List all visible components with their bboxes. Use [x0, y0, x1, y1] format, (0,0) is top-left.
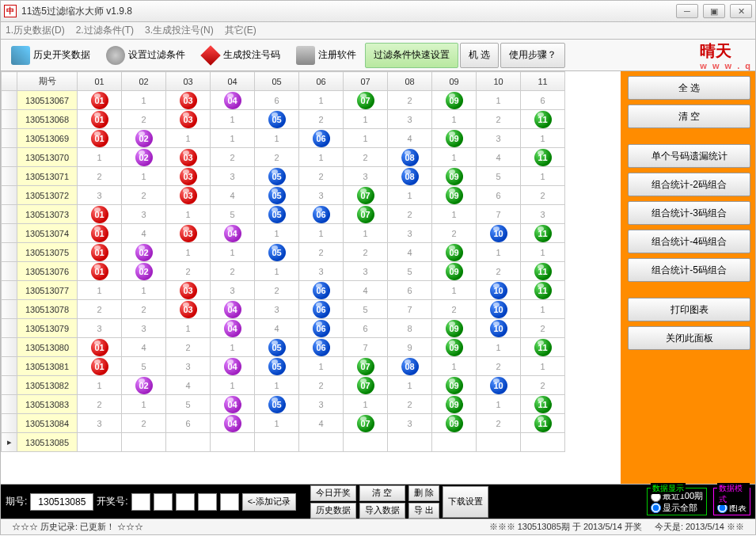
miss-cell[interactable]: 1: [344, 110, 388, 129]
ball-cell[interactable]: 05: [255, 395, 299, 414]
col-header-7[interactable]: 07: [344, 72, 388, 91]
ball-cell[interactable]: 05: [255, 167, 299, 186]
ball-cell[interactable]: 02: [122, 262, 166, 281]
miss-cell[interactable]: 1: [477, 91, 521, 110]
miss-cell[interactable]: 4: [477, 148, 521, 167]
row-header[interactable]: [2, 319, 17, 338]
showall-radio[interactable]: 显示全部: [651, 502, 703, 514]
miss-cell[interactable]: 1: [477, 395, 521, 414]
miss-cell[interactable]: [432, 433, 477, 452]
register-button[interactable]: 注册软件: [289, 43, 363, 68]
menu-filter[interactable]: 2.过滤条件(T): [76, 24, 134, 37]
ball-cell[interactable]: 06: [299, 338, 344, 357]
miss-cell[interactable]: 1: [122, 167, 166, 186]
miss-cell[interactable]: 2: [344, 148, 388, 167]
miss-cell[interactable]: 1: [211, 376, 255, 395]
col-header-2[interactable]: 02: [122, 72, 166, 91]
miss-cell[interactable]: [477, 433, 521, 452]
ball-cell[interactable]: 09: [432, 395, 477, 414]
miss-cell[interactable]: 3: [388, 110, 432, 129]
set-filter-button[interactable]: 设置过滤条件: [99, 43, 192, 68]
generate-button[interactable]: 生成投注号码: [194, 43, 287, 68]
ball-cell[interactable]: 02: [122, 243, 166, 262]
ball-cell[interactable]: 11: [521, 395, 565, 414]
issue-cell[interactable]: 130513075: [17, 243, 78, 262]
miss-cell[interactable]: 2: [166, 338, 211, 357]
ball-cell[interactable]: 10: [477, 319, 521, 338]
print-chart-button[interactable]: 打印图表: [628, 298, 750, 321]
stat-single-button[interactable]: 单个号码遗漏统计: [628, 144, 750, 168]
row-header[interactable]: [2, 91, 17, 110]
ball-cell[interactable]: 11: [521, 262, 565, 281]
issue-cell[interactable]: 130513071: [17, 167, 78, 186]
issue-cell[interactable]: 130513077: [17, 281, 78, 300]
row-header[interactable]: [2, 110, 17, 129]
miss-cell[interactable]: 2: [299, 376, 344, 395]
miss-cell[interactable]: 5: [388, 262, 432, 281]
miss-cell[interactable]: 3: [78, 414, 122, 433]
miss-cell[interactable]: 6: [255, 91, 299, 110]
row-header[interactable]: [2, 243, 17, 262]
issue-cell[interactable]: 130513068: [17, 110, 78, 129]
ball-cell[interactable]: 01: [78, 205, 122, 224]
ball-cell[interactable]: 09: [432, 262, 477, 281]
miss-cell[interactable]: 4: [122, 338, 166, 357]
miss-cell[interactable]: 4: [255, 319, 299, 338]
ball-cell[interactable]: 11: [521, 281, 565, 300]
ball-cell[interactable]: 04: [211, 300, 255, 319]
ball-cell[interactable]: 01: [78, 243, 122, 262]
ball-cell[interactable]: 01: [78, 224, 122, 243]
draw-input-3[interactable]: [176, 493, 195, 511]
miss-cell[interactable]: 1: [432, 357, 477, 376]
miss-cell[interactable]: 1: [299, 357, 344, 376]
miss-cell[interactable]: 8: [388, 319, 432, 338]
miss-cell[interactable]: 1: [299, 148, 344, 167]
miss-cell[interactable]: 1: [388, 376, 432, 395]
import-button[interactable]: 导入数据: [359, 503, 405, 519]
minimize-button[interactable]: ─: [676, 4, 698, 18]
miss-cell[interactable]: 1: [477, 243, 521, 262]
miss-cell[interactable]: 1: [122, 395, 166, 414]
ball-cell[interactable]: 05: [255, 338, 299, 357]
miss-cell[interactable]: 1: [255, 224, 299, 243]
miss-cell[interactable]: 7: [477, 205, 521, 224]
ball-cell[interactable]: 04: [211, 319, 255, 338]
miss-cell[interactable]: [166, 433, 211, 452]
stat-3combo-button[interactable]: 组合统计-3码组合: [628, 201, 750, 225]
miss-cell[interactable]: 1: [299, 91, 344, 110]
issue-cell[interactable]: 130513079: [17, 319, 78, 338]
miss-cell[interactable]: 3: [477, 129, 521, 148]
issue-cell[interactable]: 130513067: [17, 91, 78, 110]
miss-cell[interactable]: 3: [299, 395, 344, 414]
ball-cell[interactable]: 06: [299, 205, 344, 224]
clear-button2[interactable]: 清 空: [359, 485, 405, 501]
miss-cell[interactable]: 1: [432, 281, 477, 300]
issue-cell[interactable]: 130513076: [17, 262, 78, 281]
col-header-3[interactable]: 03: [166, 72, 211, 91]
row-header[interactable]: [2, 129, 17, 148]
stat-4combo-button[interactable]: 组合统计-4码组合: [628, 230, 750, 253]
ball-cell[interactable]: 11: [521, 414, 565, 433]
col-header-1[interactable]: 01: [78, 72, 122, 91]
export-button[interactable]: 导 出: [408, 503, 439, 519]
issue-cell[interactable]: 130513080: [17, 338, 78, 357]
issue-cell[interactable]: 130513081: [17, 357, 78, 376]
history-data-button[interactable]: 历史开奖数据: [4, 43, 97, 68]
miss-cell[interactable]: [78, 433, 122, 452]
stat-2combo-button[interactable]: 组合统计-2码组合: [628, 173, 750, 196]
miss-cell[interactable]: 1: [521, 167, 565, 186]
col-header-5[interactable]: 05: [255, 72, 299, 91]
miss-cell[interactable]: 1: [344, 129, 388, 148]
miss-cell[interactable]: 1: [521, 243, 565, 262]
miss-cell[interactable]: 1: [166, 319, 211, 338]
miss-cell[interactable]: 1: [344, 395, 388, 414]
miss-cell[interactable]: 6: [344, 319, 388, 338]
miss-cell[interactable]: 2: [211, 262, 255, 281]
miss-cell[interactable]: 6: [166, 414, 211, 433]
row-header[interactable]: [2, 148, 17, 167]
miss-cell[interactable]: 1: [255, 414, 299, 433]
miss-cell[interactable]: [211, 433, 255, 452]
miss-cell[interactable]: [344, 433, 388, 452]
ball-cell[interactable]: 01: [78, 262, 122, 281]
issue-cell[interactable]: 130513073: [17, 205, 78, 224]
